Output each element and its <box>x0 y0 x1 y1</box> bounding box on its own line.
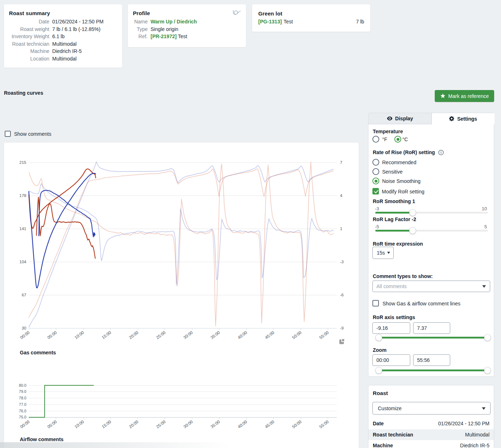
gas-airflow-lines-label: Show Gas & airflow comment lines <box>383 301 460 306</box>
mark-as-reference-label: Mark as reference <box>448 93 489 99</box>
radio-sensitive[interactable] <box>372 168 379 175</box>
tab-display-label: Display <box>395 116 413 121</box>
roast-summary-card: Roast summary Date01/26/2024 - 12:50 PMR… <box>4 4 122 68</box>
svg-text:05:00: 05:00 <box>46 330 57 340</box>
roast-select[interactable]: Customize <box>372 402 491 415</box>
ror-time-select[interactable]: 15s <box>372 247 394 259</box>
roasting-curves-chart[interactable]: 2151781411046730741-3-6-900:0005:0010:00… <box>4 143 359 448</box>
show-comments-label: Show comments <box>14 131 51 137</box>
gas-chart-x-axis <box>29 418 337 420</box>
comment-types-select[interactable]: All comments <box>372 281 490 292</box>
gas-comments-title: Gas comments <box>20 350 56 355</box>
radio-celsius-label: °C <box>402 136 408 142</box>
green-lot-weight: 7 lb <box>356 19 364 24</box>
svg-text:40:00: 40:00 <box>237 420 248 429</box>
svg-text:77.0: 77.0 <box>19 402 27 407</box>
gas-step-line[interactable] <box>29 385 94 417</box>
roast-summary-title: Roast summary <box>9 10 50 16</box>
roast-table-row: MachineDiedrich IR-5 <box>368 440 494 448</box>
ror-smoothing-max: 10 <box>482 206 487 211</box>
comment-types-placeholder: All comments <box>376 283 407 289</box>
tab-settings[interactable]: Settings <box>432 113 495 124</box>
link-green[interactable]: [PR-21972] <box>151 33 176 39</box>
ror-lag-slider-thumb[interactable] <box>409 227 416 234</box>
roast-card: Roast Customize Date01/26/2024 - 12:50 P… <box>368 385 494 448</box>
ror-axis-range-thumb-right[interactable] <box>484 334 491 341</box>
curve-reference-bean-temperature[interactable] <box>29 162 334 327</box>
kv-row: Ref.[PR-21972] Test <box>128 33 241 40</box>
kv-label: Roast technician <box>4 41 49 47</box>
kv-row: Inventory Weight6.1 lb <box>4 33 117 40</box>
ror-smoothing-label: RoR Smoothing 1 <box>373 198 415 204</box>
chevron-down-icon <box>387 252 390 254</box>
kv-value: Multimodal <box>52 41 77 47</box>
gas-airflow-lines-checkbox[interactable] <box>372 300 379 306</box>
ror-axis-range-thumb-left[interactable] <box>375 334 382 341</box>
svg-text:-6: -6 <box>340 293 344 297</box>
zoom-from-input[interactable] <box>372 354 410 366</box>
value-text: Diedrich IR-5 <box>52 48 82 54</box>
svg-text:50:00: 50:00 <box>291 330 302 340</box>
green-lot-tag[interactable]: [PG-1313] <box>258 19 282 24</box>
ror-smoothing-slider-thumb[interactable] <box>409 209 416 216</box>
info-icon[interactable] <box>438 150 444 155</box>
gear-icon <box>449 116 455 121</box>
svg-text:40:00: 40:00 <box>237 330 248 340</box>
svg-text:55:00: 55:00 <box>318 330 329 340</box>
zoom-to-input[interactable] <box>413 354 450 366</box>
gas-chart-y-labels: 80.079.078.077.076.075.0 <box>19 383 27 420</box>
svg-text:79.0: 79.0 <box>19 389 27 394</box>
show-comments-checkbox[interactable] <box>5 131 11 137</box>
tab-display[interactable]: Display <box>368 113 432 124</box>
main-chart-gridlines <box>29 162 337 328</box>
svg-text:215: 215 <box>19 160 26 165</box>
svg-text:10:00: 10:00 <box>74 330 85 340</box>
ror-lag-slider-fill <box>375 230 412 232</box>
kv-value: Diedrich IR-5 <box>52 48 82 54</box>
cropster-watermark-logo[interactable] <box>338 339 345 345</box>
temperature-label: Temperature <box>373 129 403 134</box>
svg-text:30:00: 30:00 <box>183 420 193 429</box>
curve-reference-bean-ror[interactable] <box>29 183 334 285</box>
ror-axis-max-input[interactable] <box>413 322 450 334</box>
kv-row: MachineDiedrich IR-5 <box>4 48 117 55</box>
chart-panel: 2151781411046730741-3-6-900:0005:0010:00… <box>4 143 359 448</box>
green-lot-name: Test <box>283 19 293 24</box>
ror-axis-label: RoR axis settings <box>373 314 415 320</box>
main-chart-y-right-labels: 741-3-6-9 <box>340 160 344 330</box>
kv-row: Roast weight7 lb / 6.1 lb (-12.85%) <box>4 26 117 33</box>
radio-sensitive-label: Sensitive <box>382 169 403 175</box>
radio-celsius[interactable] <box>394 136 401 143</box>
kv-row: Roast technicianMultimodal <box>4 40 117 48</box>
value-text: Single origin <box>151 26 178 32</box>
ror-time-label: RoR time expression <box>373 241 423 247</box>
main-chart-x-axis <box>29 328 337 330</box>
profile-title: Profile <box>133 10 150 16</box>
mark-as-reference-button[interactable]: Mark as reference <box>435 90 494 102</box>
kv-value: Multimodal <box>52 56 77 62</box>
radio-noise-smoothing[interactable] <box>372 178 379 184</box>
roast-row-value: Multimodal <box>465 432 489 438</box>
roast-row-value: Diedrich IR-5 <box>460 443 489 448</box>
radio-recommended[interactable] <box>372 159 379 166</box>
roast-row-label: Machine <box>373 443 393 448</box>
svg-text:104: 104 <box>19 260 27 264</box>
modify-ror-checkbox[interactable] <box>372 188 379 194</box>
ror-time-value: 15s <box>377 250 385 256</box>
zoom-range-thumb-right[interactable] <box>484 367 491 374</box>
kv-value: [PR-21972] Test <box>151 33 187 39</box>
svg-text:4: 4 <box>340 193 343 198</box>
svg-text:00:00: 00:00 <box>19 420 30 429</box>
gas-chart-x-labels: 00:0005:0010:0015:0020:0025:0030:0035:00… <box>19 420 330 429</box>
value-text: 01/26/2024 - 12:50 PM <box>52 19 103 24</box>
radio-fahrenheit[interactable] <box>372 136 379 143</box>
curve-reference-environment-ror[interactable] <box>29 162 334 326</box>
link-green[interactable]: Warm Up / Diedrich <box>151 19 197 24</box>
zoom-range-thumb-left[interactable] <box>375 367 382 374</box>
kv-label: Ref. <box>128 33 148 39</box>
kv-value: Warm Up / Diedrich <box>151 19 197 24</box>
kv-label: Date <box>4 19 49 24</box>
svg-text:35:00: 35:00 <box>210 330 220 340</box>
svg-text:78.0: 78.0 <box>19 396 27 400</box>
ror-axis-min-input[interactable] <box>372 322 410 334</box>
